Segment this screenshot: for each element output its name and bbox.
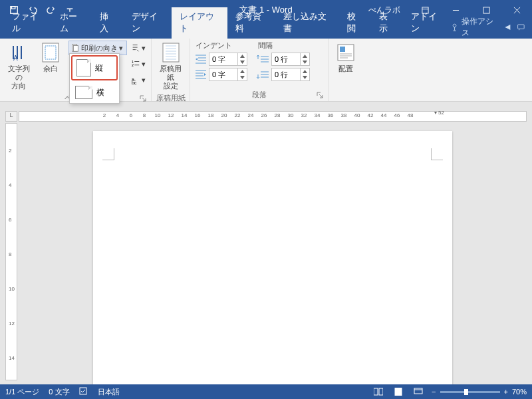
orientation-landscape[interactable]: 横 (70, 82, 119, 103)
tab-view[interactable]: 表示 (371, 7, 403, 39)
spacing-header: 間隔 (257, 41, 310, 51)
svg-rect-21 (80, 388, 86, 394)
indent-right-spinner[interactable] (209, 68, 247, 81)
vertical-ruler[interactable]: 24681012141618202224 (5, 123, 17, 380)
tab-home[interactable]: ホーム (52, 7, 92, 39)
hruler-end: ▾ 52 (434, 110, 444, 116)
spacing-after-spinner[interactable] (271, 68, 310, 81)
group-manuscript: 原稿用紙 設定 原稿用紙 (152, 39, 190, 101)
zoom-in[interactable]: + (504, 388, 508, 396)
view-print-layout[interactable] (392, 386, 405, 397)
svg-rect-25 (414, 388, 422, 394)
spacing-before-spinner[interactable] (271, 53, 310, 66)
tab-layout[interactable]: レイアウト (172, 7, 227, 39)
manuscript-settings-button[interactable]: 原稿用紙 設定 (156, 41, 186, 92)
group-label-paragraph: 段落 (194, 89, 324, 100)
portrait-icon (76, 59, 91, 76)
position-button[interactable]: 配置 (332, 41, 359, 74)
spacing-after-icon (257, 69, 270, 80)
ribbon: A 文字列の 方向 余白 印刷の向き▾ ▾ ▾ ▾ 12▾ a-bc▾ ペー (0, 39, 532, 102)
group-arrange: 配置 (329, 39, 363, 101)
indent-left-row (194, 53, 247, 66)
tab-addins[interactable]: アドイン (403, 7, 451, 39)
svg-rect-20 (340, 47, 345, 52)
line-numbers-button[interactable]: 12▾ (130, 57, 147, 71)
svg-point-4 (453, 24, 456, 27)
indent-left-icon (194, 54, 207, 65)
share-icon[interactable] (503, 23, 512, 32)
status-page[interactable]: 1/1 ページ (5, 387, 39, 397)
svg-rect-10 (73, 46, 78, 52)
tab-mailings[interactable]: 差し込み文書 (275, 7, 339, 39)
tab-design[interactable]: デザイン (124, 7, 172, 39)
vruler-numbers: 24681012141618202224 (9, 130, 15, 399)
crop-mark-tr (431, 148, 443, 160)
landscape-icon (75, 86, 92, 99)
svg-rect-5 (518, 25, 525, 29)
spacing-before-icon (257, 54, 270, 65)
horizontal-ruler[interactable]: 2468101214161820222426283032343638404244… (19, 111, 527, 122)
spacing-before-row (257, 53, 310, 66)
crop-mark-tl (102, 148, 114, 160)
status-language[interactable]: 日本語 (98, 387, 120, 397)
svg-text:2: 2 (132, 63, 134, 67)
view-read-mode[interactable] (372, 386, 385, 397)
margins-button[interactable]: 余白 (36, 41, 65, 74)
tab-review[interactable]: 校閲 (339, 7, 371, 39)
ribbon-tabs: ファイル ホーム 挿入 デザイン レイアウト 参考資料 差し込み文書 校閲 表示… (0, 20, 532, 39)
zoom-level[interactable]: 70% (512, 388, 527, 396)
tell-me[interactable]: 操作アシス (451, 16, 498, 39)
zoom-slider[interactable] (440, 391, 500, 393)
orientation-portrait[interactable]: 縦 (71, 55, 118, 80)
svg-rect-3 (483, 7, 489, 13)
svg-text:A: A (13, 55, 18, 62)
hyphenation-button[interactable]: a-bc▾ (130, 72, 147, 87)
svg-text:bc: bc (132, 80, 137, 84)
tab-insert[interactable]: 挿入 (92, 7, 124, 39)
indent-right-row (194, 68, 247, 81)
orientation-dropdown: 縦 横 (69, 53, 120, 104)
svg-rect-22 (374, 388, 378, 395)
comments-icon[interactable] (517, 23, 525, 32)
svg-rect-23 (379, 388, 383, 395)
ruler-corner: L (5, 111, 17, 122)
status-bar: 1/1 ページ 0 文字 日本語 − + 70% (0, 384, 532, 399)
tab-references[interactable]: 参考資料 (227, 7, 275, 39)
status-proofing-icon[interactable] (79, 386, 88, 397)
indent-header: インデント (194, 41, 247, 51)
group-paragraph: インデント 間隔 (190, 39, 329, 101)
indent-left-spinner[interactable] (209, 53, 247, 66)
tab-file[interactable]: ファイル (4, 7, 52, 39)
document-page[interactable] (93, 131, 452, 399)
breaks-button[interactable]: ▾ (130, 41, 147, 55)
paragraph-dialog-launcher[interactable] (316, 92, 324, 100)
text-direction-button[interactable]: A 文字列の 方向 (4, 41, 33, 92)
indent-right-icon (194, 69, 207, 80)
hruler-numbers: 2468101214161820222426283032343638404244… (98, 112, 417, 118)
svg-rect-24 (395, 388, 402, 396)
status-word-count[interactable]: 0 文字 (49, 387, 69, 397)
workspace: L 24681012141618202224262830323436384042… (0, 102, 532, 384)
view-web-layout[interactable] (412, 386, 425, 397)
zoom-out[interactable]: − (432, 388, 436, 396)
spacing-after-row (257, 68, 310, 81)
group-label-arrange (332, 99, 359, 100)
